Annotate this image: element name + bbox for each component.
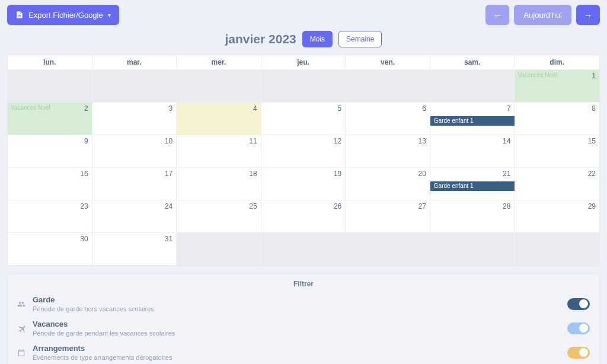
day-number: 9 xyxy=(84,137,88,145)
day-cell[interactable] xyxy=(346,233,430,266)
toggle-knob xyxy=(579,299,588,308)
day-cell[interactable] xyxy=(261,233,346,266)
day-number: 31 xyxy=(165,235,172,243)
day-cell[interactable]: 11 xyxy=(177,135,261,168)
day-cell[interactable]: 13 xyxy=(346,135,430,168)
day-cell[interactable]: 29 xyxy=(515,200,599,233)
day-cell[interactable]: 31 xyxy=(92,233,177,266)
day-number: 28 xyxy=(503,202,510,210)
view-week-pill[interactable]: Semaine xyxy=(338,31,382,47)
today-button[interactable]: Aujourd'hui xyxy=(514,5,571,25)
day-number: 2 xyxy=(84,104,88,113)
people-icon xyxy=(17,299,33,309)
day-cell[interactable] xyxy=(515,233,599,266)
filter-row-garde: Garde Période de garde hors vacances sco… xyxy=(17,292,590,316)
day-cell[interactable]: 7Garde enfant 1 xyxy=(430,103,515,135)
day-cell[interactable] xyxy=(177,70,261,103)
weekday-header: jeu. xyxy=(261,55,346,70)
day-cell[interactable]: 5 xyxy=(261,103,346,135)
day-cell[interactable] xyxy=(430,70,515,103)
day-number: 18 xyxy=(249,170,257,178)
weekday-header: mar. xyxy=(92,55,177,70)
day-number: 19 xyxy=(334,170,341,178)
day-cell[interactable]: 15 xyxy=(515,135,599,168)
day-cell[interactable]: 2Vacances Noël xyxy=(8,103,92,135)
day-number: 4 xyxy=(253,104,257,113)
day-cell[interactable]: 23 xyxy=(8,200,92,233)
day-cell[interactable] xyxy=(261,70,346,103)
calendar-icon xyxy=(17,348,33,357)
toggle-knob xyxy=(579,324,588,333)
filter-row-vacances: Vacances Période de garde pendant les va… xyxy=(17,316,590,340)
day-cell[interactable]: 22 xyxy=(515,168,599,200)
filter-garde-label: Garde xyxy=(33,295,567,304)
day-cell[interactable]: 12 xyxy=(261,135,346,168)
toggle-knob xyxy=(579,348,588,357)
prev-button[interactable]: ← xyxy=(485,5,509,25)
toggle-arrangements[interactable] xyxy=(567,347,590,359)
day-cell[interactable]: 8 xyxy=(515,103,599,135)
arrow-right-icon: → xyxy=(584,10,593,20)
day-number: 6 xyxy=(422,104,426,113)
toggle-vacances[interactable] xyxy=(567,323,590,334)
week-row: 3031 xyxy=(8,233,599,266)
day-cell[interactable]: 25 xyxy=(177,200,261,233)
week-row: 161718192021Garde enfant 122 xyxy=(8,168,599,200)
filter-arrangements-label: Arrangements xyxy=(33,344,567,353)
day-cell[interactable]: 14 xyxy=(430,135,515,168)
day-number: 23 xyxy=(80,202,88,210)
day-number: 13 xyxy=(418,137,426,145)
week-row: 23242526272829 xyxy=(8,200,599,233)
filter-title: Filtrer xyxy=(17,280,590,288)
filter-arrangements-desc: Événements de type arrangements dérogato… xyxy=(33,354,567,361)
day-cell[interactable] xyxy=(92,70,177,103)
next-button[interactable]: → xyxy=(576,5,600,25)
day-cell[interactable]: 4 xyxy=(177,103,261,135)
day-cell[interactable]: 28 xyxy=(430,200,515,233)
day-cell[interactable] xyxy=(430,233,515,266)
day-cell[interactable]: 17 xyxy=(92,168,177,200)
day-cell[interactable] xyxy=(8,70,92,103)
day-number: 8 xyxy=(592,104,596,113)
calendar-body: 1Vacances Noël2Vacances Noël34567Garde e… xyxy=(8,70,599,266)
day-cell[interactable]: 30 xyxy=(8,233,92,266)
day-cell[interactable]: 21Garde enfant 1 xyxy=(430,168,515,200)
day-number: 22 xyxy=(588,170,596,178)
nav-group: ← Aujourd'hui → xyxy=(485,5,600,25)
filter-garde-text: Garde Période de garde hors vacances sco… xyxy=(33,295,567,312)
day-cell[interactable]: 26 xyxy=(261,200,346,233)
filter-arrangements-text: Arrangements Événements de type arrangem… xyxy=(33,344,567,361)
day-cell[interactable]: 20 xyxy=(346,168,430,200)
day-cell[interactable]: 10 xyxy=(92,135,177,168)
vacation-label: Vacances Noël xyxy=(11,104,50,111)
day-number: 15 xyxy=(588,137,596,145)
export-button[interactable]: Export Fichier/Google ▾ xyxy=(7,5,119,25)
day-cell[interactable]: 1Vacances Noël xyxy=(515,70,599,103)
week-row: 2Vacances Noël34567Garde enfant 18 xyxy=(8,103,599,135)
file-icon xyxy=(15,11,24,19)
week-row: 1Vacances Noël xyxy=(8,70,599,103)
day-cell[interactable]: 19 xyxy=(261,168,346,200)
day-number: 24 xyxy=(165,202,172,210)
view-month-pill[interactable]: Mois xyxy=(302,31,333,47)
day-number: 3 xyxy=(168,104,172,113)
chevron-down-icon: ▾ xyxy=(108,12,111,18)
day-cell[interactable]: 3 xyxy=(92,103,177,135)
day-cell[interactable]: 9 xyxy=(8,135,92,168)
day-cell[interactable]: 27 xyxy=(346,200,430,233)
day-cell[interactable] xyxy=(177,233,261,266)
weekday-header: ven. xyxy=(346,55,430,70)
day-cell[interactable]: 18 xyxy=(177,168,261,200)
day-number: 26 xyxy=(334,202,341,210)
day-cell[interactable]: 24 xyxy=(92,200,177,233)
export-button-label: Export Fichier/Google xyxy=(28,11,103,20)
day-cell[interactable] xyxy=(346,70,430,103)
weekday-header: dim. xyxy=(515,55,599,70)
day-number: 5 xyxy=(338,104,342,113)
calendar: lun.mar.mer.jeu.ven.sam.dim. 1Vacances N… xyxy=(7,55,600,266)
toggle-garde[interactable] xyxy=(567,298,590,310)
day-number: 17 xyxy=(165,170,172,178)
day-cell[interactable]: 6 xyxy=(346,103,430,135)
arrow-left-icon: ← xyxy=(493,10,502,20)
day-cell[interactable]: 16 xyxy=(8,168,92,200)
